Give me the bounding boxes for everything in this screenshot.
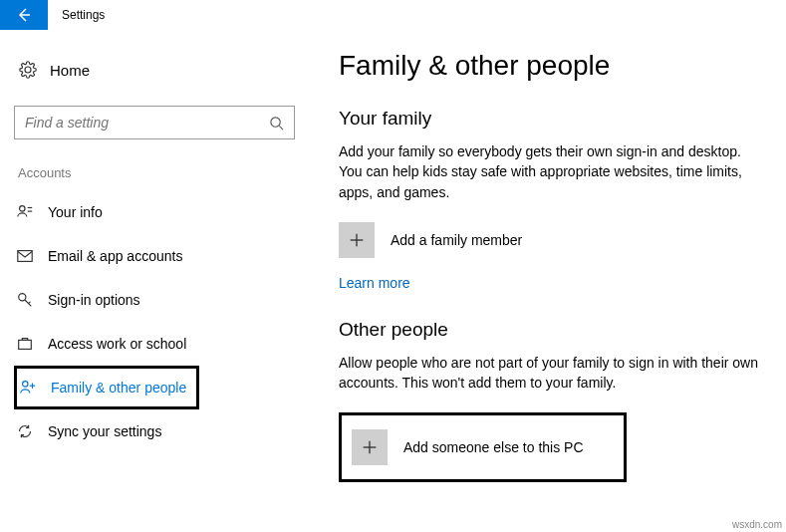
sidebar-group: Accounts <box>18 165 309 180</box>
svg-point-3 <box>20 206 25 211</box>
sidebar-item-email[interactable]: Email & app accounts <box>14 234 309 278</box>
gear-icon <box>14 61 42 79</box>
search-icon <box>269 116 284 131</box>
search-input[interactable] <box>14 106 295 139</box>
sidebar-item-label: Sign-in options <box>48 292 140 308</box>
family-description: Add your family so everybody gets their … <box>339 141 767 202</box>
mail-icon <box>14 247 48 265</box>
briefcase-icon <box>14 335 48 353</box>
sidebar-item-label: Family & other people <box>51 380 186 396</box>
sidebar-item-sync[interactable]: Sync your settings <box>14 409 309 453</box>
svg-rect-6 <box>18 251 32 262</box>
sidebar-item-label: Access work or school <box>48 336 186 352</box>
sidebar-item-your-info[interactable]: Your info <box>14 190 309 234</box>
window-title: Settings <box>48 8 105 22</box>
add-family-member-button[interactable]: Add a family member <box>339 222 770 258</box>
sidebar-item-work[interactable]: Access work or school <box>14 322 309 366</box>
add-family-label: Add a family member <box>391 232 522 248</box>
sidebar: Home Accounts Your info Email & app acco… <box>0 50 309 482</box>
key-icon <box>14 291 48 309</box>
person-card-icon <box>14 203 48 221</box>
sidebar-item-label: Email & app accounts <box>48 248 182 264</box>
plus-icon <box>352 429 388 465</box>
plus-icon <box>339 222 375 258</box>
content-pane: Family & other people Your family Add yo… <box>309 50 786 482</box>
svg-line-9 <box>29 302 31 304</box>
arrow-left-icon <box>16 7 32 23</box>
titlebar: Settings <box>0 0 786 30</box>
search-field[interactable] <box>25 115 269 131</box>
watermark: wsxdn.com <box>732 519 782 530</box>
other-people-description: Allow people who are not part of your fa… <box>339 353 767 394</box>
sync-icon <box>14 422 48 440</box>
sidebar-item-label: Sync your settings <box>48 423 161 439</box>
add-other-label: Add someone else to this PC <box>403 439 584 455</box>
home-nav[interactable]: Home <box>14 50 309 90</box>
sidebar-item-family[interactable]: Family & other people <box>14 366 199 409</box>
svg-point-11 <box>23 382 28 387</box>
sidebar-item-signin[interactable]: Sign-in options <box>14 278 309 322</box>
svg-line-8 <box>25 300 31 306</box>
svg-line-2 <box>279 126 283 130</box>
svg-point-1 <box>271 117 280 126</box>
people-plus-icon <box>17 379 51 397</box>
home-label: Home <box>42 62 90 79</box>
svg-point-7 <box>19 294 26 301</box>
learn-more-link[interactable]: Learn more <box>339 275 410 291</box>
sidebar-item-label: Your info <box>48 204 103 220</box>
back-button[interactable] <box>0 0 48 30</box>
family-heading: Your family <box>339 108 770 130</box>
other-people-heading: Other people <box>339 319 770 341</box>
add-other-user-button[interactable]: Add someone else to this PC <box>339 412 627 482</box>
page-title: Family & other people <box>339 50 770 82</box>
svg-rect-10 <box>19 340 32 349</box>
